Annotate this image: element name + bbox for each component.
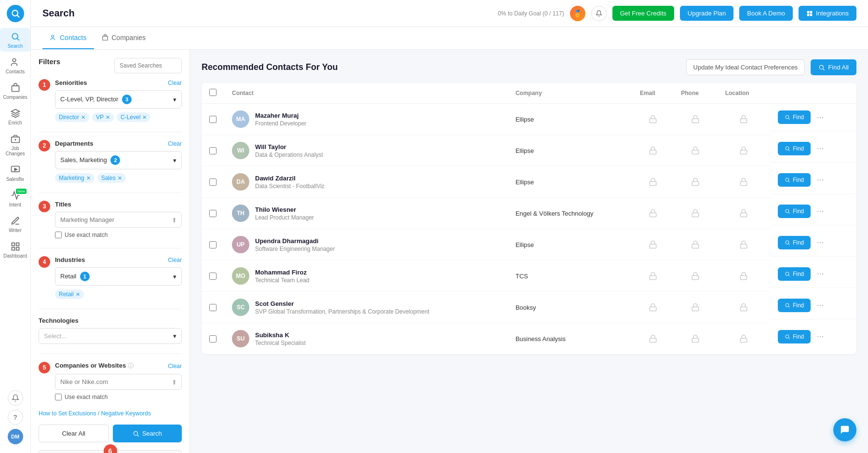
more-options-button[interactable]: ··· <box>814 330 827 343</box>
book-demo-button[interactable]: Book A Demo <box>739 6 793 21</box>
contact-name: Scot Gensler <box>255 300 429 307</box>
sidebar-item-job-changes[interactable]: Job Changes <box>0 130 30 159</box>
contact-checkbox[interactable] <box>209 304 217 311</box>
svg-rect-16 <box>807 11 810 13</box>
tab-contacts-label: Contacts <box>60 34 86 41</box>
user-avatar[interactable]: DM <box>8 429 23 444</box>
titles-exact-match-label: Use exact match <box>65 232 108 238</box>
companies-websites-clear-button[interactable]: Clear <box>168 363 182 370</box>
contact-checkbox[interactable] <box>209 273 217 280</box>
find-button[interactable]: Find <box>778 173 811 187</box>
contact-avatar: TH <box>232 205 249 222</box>
seniorities-step: 1 Seniorities Clear C-Level, VP, Directo… <box>39 79 182 122</box>
sidebar-item-dashboard[interactable]: Dashboard <box>0 238 30 261</box>
contact-cell: UP Upendra Dharmagadi Software Engineeri… <box>224 229 508 261</box>
select-all-checkbox[interactable] <box>209 89 217 96</box>
tag-vp[interactable]: VP ✕ <box>92 112 114 122</box>
row-checkbox-cell <box>202 261 224 292</box>
location-cell <box>718 229 770 261</box>
tag-director[interactable]: Director ✕ <box>55 112 89 122</box>
phone-lock-icon <box>681 115 709 124</box>
contact-checkbox[interactable] <box>209 178 217 186</box>
companies-websites-input[interactable] <box>55 374 182 390</box>
find-button[interactable]: Find <box>778 205 811 218</box>
departments-clear-button[interactable]: Clear <box>168 140 182 147</box>
titles-exact-match-checkbox[interactable] <box>55 232 62 238</box>
more-options-button[interactable]: ··· <box>814 267 827 281</box>
actions-cell: Find ··· <box>770 166 856 194</box>
contacts-icon <box>10 56 21 68</box>
contact-checkbox[interactable] <box>209 335 217 343</box>
actions-cell: Find ··· <box>770 261 856 288</box>
seniorities-dropdown[interactable]: C-Level, VP, Director 3 ▾ <box>55 90 182 109</box>
contact-column-header: Contact <box>224 83 508 104</box>
contact-checkbox[interactable] <box>209 241 217 248</box>
tag-retail[interactable]: Retail ✕ <box>55 289 84 299</box>
find-button[interactable]: Find <box>778 236 811 249</box>
alert-bell-button[interactable] <box>591 6 607 21</box>
titles-input[interactable] <box>55 212 182 228</box>
find-button[interactable]: Find <box>778 142 811 155</box>
upload-icon: ⬆ <box>172 216 177 223</box>
industries-dropdown[interactable]: Retail 1 ▾ <box>55 267 182 286</box>
table-row: TH Thilo Wiesner Lead Product Manager En… <box>202 198 856 229</box>
intent-new-badge: New <box>16 189 27 194</box>
departments-dropdown[interactable]: Sales, Marketing 2 ▾ <box>55 151 182 169</box>
tag-clevel[interactable]: C-Level ✕ <box>117 112 150 122</box>
more-options-button[interactable]: ··· <box>814 205 827 218</box>
tab-companies[interactable]: Companies <box>94 27 153 49</box>
find-button[interactable]: Find <box>778 110 811 124</box>
more-options-button[interactable]: ··· <box>814 173 827 187</box>
departments-step: 2 Departments Clear Sales, Marketing 2 ▾ <box>39 140 182 183</box>
sidebar-item-search[interactable]: Search <box>0 28 30 52</box>
industries-clear-button[interactable]: Clear <box>168 257 182 263</box>
company-cell: Business Analysis <box>508 323 632 355</box>
tab-companies-label: Companies <box>111 34 146 41</box>
clear-all-button[interactable]: Clear All <box>39 425 109 442</box>
sidebar-item-salesflix[interactable]: Salesflix <box>0 161 30 185</box>
sidebar-item-contacts[interactable]: Contacts <box>0 54 30 77</box>
more-options-button[interactable]: ··· <box>814 142 827 155</box>
more-options-button[interactable]: ··· <box>814 110 827 124</box>
contact-checkbox[interactable] <box>209 147 217 154</box>
svg-line-1 <box>17 15 19 17</box>
upgrade-plan-button[interactable]: Upgrade Plan <box>680 6 734 21</box>
sidebar-item-enrich[interactable]: Enrich <box>0 105 30 128</box>
more-options-button[interactable]: ··· <box>814 299 827 312</box>
email-lock-icon <box>640 146 665 155</box>
app-logo[interactable] <box>7 5 24 22</box>
email-lock-icon <box>640 115 665 124</box>
tab-contacts[interactable]: Contacts <box>42 27 94 49</box>
svg-rect-53 <box>741 275 747 279</box>
companies-exact-match-checkbox[interactable] <box>55 394 62 400</box>
saved-searches-input[interactable] <box>114 58 182 73</box>
seniorities-clear-button[interactable]: Clear <box>168 80 182 86</box>
search-button[interactable]: Search <box>113 425 182 442</box>
find-button[interactable]: Find <box>778 267 811 281</box>
find-all-button[interactable]: Find All <box>811 59 856 75</box>
find-button[interactable]: Find <box>778 299 811 312</box>
update-preferences-button[interactable]: Update My Ideal Contact Preferences <box>686 59 805 75</box>
find-button[interactable]: Find <box>778 330 811 343</box>
contact-name: Mazaher Muraj <box>255 112 306 119</box>
technologies-dropdown[interactable]: Select... ▾ <box>39 328 182 344</box>
location-lock-icon <box>725 272 762 280</box>
tag-marketing[interactable]: Marketing ✕ <box>55 173 95 183</box>
chat-bubble[interactable] <box>833 418 856 441</box>
email-lock-icon <box>640 209 665 218</box>
notifications-button[interactable] <box>8 390 23 406</box>
sidebar-item-companies[interactable]: Companies <box>0 79 30 103</box>
integrations-button[interactable]: Integrations <box>799 6 856 21</box>
phone-lock-icon <box>681 334 709 343</box>
more-options-button[interactable]: ··· <box>814 236 827 249</box>
help-button[interactable]: ? <box>8 410 23 425</box>
phone-lock-icon <box>681 178 709 186</box>
contact-checkbox[interactable] <box>209 116 217 123</box>
tag-sales[interactable]: Sales ✕ <box>97 173 126 183</box>
negative-keywords-link[interactable]: How to Set Exclusions / Negative Keyword… <box>39 410 182 417</box>
sidebar-item-intent[interactable]: New Intent <box>0 187 30 210</box>
contact-checkbox[interactable] <box>209 210 217 217</box>
sidebar-item-writer[interactable]: Writer <box>0 212 30 236</box>
get-free-credits-button[interactable]: Get Free Credits <box>612 6 674 21</box>
table-row: DA Dawid Zdarzil Data Scientist - Footba… <box>202 166 856 198</box>
